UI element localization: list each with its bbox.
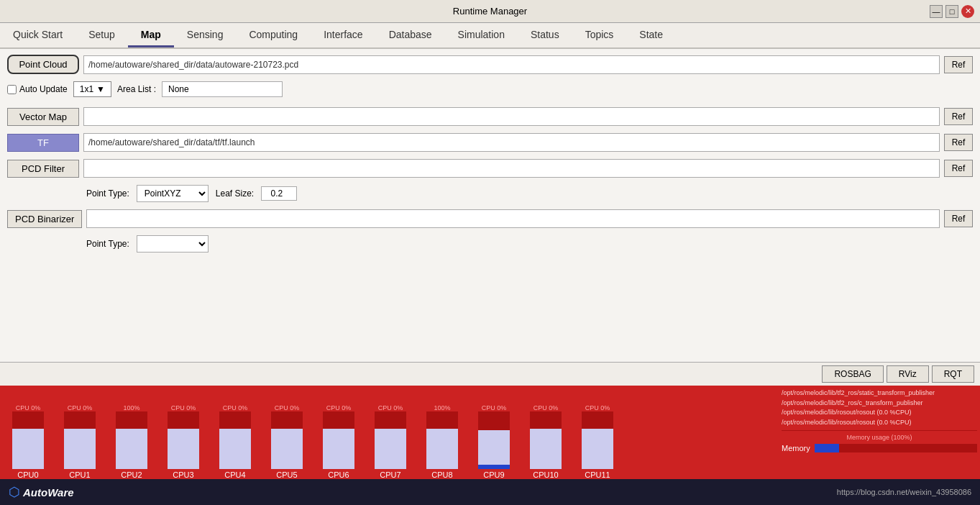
titlebar: Runtime Manager — □ ✕	[0, 0, 980, 23]
window-title: Runtime Manager	[453, 6, 527, 17]
window-controls: — □ ✕	[930, 5, 974, 18]
menu-simulation[interactable]: Simulation	[445, 23, 518, 47]
cpu3-label: CPU3	[173, 470, 193, 479]
pcd-filter-row: PCD Filter Ref	[7, 159, 973, 178]
cpu5-label: CPU5	[276, 470, 297, 479]
right-panel: /opt/ros/melodic/lib/tf2_ros/static_tran…	[779, 386, 980, 479]
point-type-select[interactable]: PointXYZ	[137, 185, 209, 202]
point-type-label: Point Type:	[86, 188, 129, 199]
point-cloud-button[interactable]: Point Cloud	[7, 55, 79, 74]
cpu8-label: CPU8	[431, 470, 452, 479]
vector-map-button[interactable]: Vector Map	[7, 108, 79, 126]
menu-computing[interactable]: Computing	[236, 23, 311, 47]
pcd-binarizer-path[interactable]	[86, 209, 940, 228]
menu-state[interactable]: State	[626, 23, 676, 47]
tf-path[interactable]	[83, 133, 940, 152]
area-list-label: Area List :	[117, 84, 156, 94]
auto-update-checkbox[interactable]	[7, 85, 17, 94]
menu-setup[interactable]: Setup	[75, 23, 128, 47]
content-area: Point Cloud Ref Auto Update 1x1 ▼ Area L…	[0, 49, 980, 505]
cpu5-col: CPU 0% CPU5	[262, 404, 312, 479]
pcd-binarizer-options: Point Type:	[86, 235, 973, 252]
pcd-binarizer-point-type-label: Point Type:	[86, 239, 129, 249]
pcd-binarizer-point-type-select[interactable]	[137, 235, 209, 252]
cpu8-col: 100% CPU8	[417, 404, 467, 479]
maximize-button[interactable]: □	[945, 5, 958, 18]
point-cloud-ref-button[interactable]: Ref	[944, 56, 973, 73]
area-value-input[interactable]	[162, 81, 283, 97]
cpu1-col: CPU 0% CPU1	[55, 404, 105, 479]
process-item: /opt/ros/melodic/lib/rosout/rosout (0.0 …	[782, 418, 977, 428]
auto-update-row: Auto Update 1x1 ▼ Area List :	[7, 81, 973, 97]
cpu3-col: CPU 0% CPU3	[158, 404, 209, 479]
memory-usage-text: Memory usage (100%)	[782, 434, 977, 441]
rosbag-button[interactable]: ROSBAG	[822, 365, 883, 383]
status-url: https://blog.csdn.net/weixin_43958086	[837, 488, 971, 496]
memory-bar-bg	[815, 444, 977, 452]
cpu2-label: CPU2	[121, 470, 142, 479]
memory-bar-fill	[815, 444, 839, 452]
cpu6-label: CPU6	[328, 470, 349, 479]
pcd-filter-path[interactable]	[83, 159, 940, 178]
process-item: /opt/ros/melodic/lib/tf2_ros/static_tran…	[782, 388, 977, 399]
process-item: /opt/ros/melodic/lib/tf2_ros/c_transform…	[782, 399, 977, 409]
app-window: Runtime Manager — □ ✕ Quick Start Setup …	[0, 0, 980, 505]
autoware-icon: ⬡	[9, 484, 20, 500]
cpu10-label: CPU10	[533, 470, 558, 479]
menu-sensing[interactable]: Sensing	[174, 23, 237, 47]
cpu11-col: CPU 0% CPU11	[572, 404, 623, 479]
cpu4-label: CPU4	[224, 470, 245, 479]
cpu2-col: 100% CPU2	[106, 404, 157, 479]
memory-label: Memory	[782, 444, 810, 452]
rqt-button[interactable]: RQT	[932, 365, 974, 383]
menu-quickstart[interactable]: Quick Start	[0, 23, 75, 47]
leaf-size-input[interactable]	[261, 186, 297, 201]
cpu1-label: CPU1	[69, 470, 90, 479]
cpu0-col: CPU 0% CPU0	[3, 404, 53, 479]
cpu6-col: CPU 0% CPU6	[313, 404, 364, 479]
chevron-down-icon: ▼	[96, 84, 105, 94]
minimize-button[interactable]: —	[930, 5, 943, 18]
memory-row: Memory	[782, 444, 977, 452]
close-button[interactable]: ✕	[961, 5, 974, 18]
tf-row: TF Ref	[7, 133, 973, 152]
process-list: /opt/ros/melodic/lib/tf2_ros/static_tran…	[782, 388, 977, 427]
cpu4-col: CPU 0% CPU4	[210, 404, 260, 479]
autoware-text: AutoWare	[23, 486, 74, 499]
cpu10-col: CPU 0% CPU10	[521, 404, 571, 479]
pcd-filter-ref-button[interactable]: Ref	[944, 160, 973, 177]
pcd-binarizer-row: PCD Binarizer Ref	[7, 209, 973, 228]
bottom-section: CPU 0% CPU0 CPU 0% CPU1	[0, 386, 980, 479]
tf-button[interactable]: TF	[7, 134, 79, 152]
menu-status[interactable]: Status	[518, 23, 572, 47]
scrollable-content: Point Cloud Ref Auto Update 1x1 ▼ Area L…	[0, 49, 980, 362]
menu-topics[interactable]: Topics	[572, 23, 627, 47]
process-item: /opt/ros/melodic/lib/rosout/rosout (0.0 …	[782, 408, 977, 418]
auto-update-label[interactable]: Auto Update	[7, 84, 68, 94]
pcd-filter-button[interactable]: PCD Filter	[7, 160, 79, 178]
menubar: Quick Start Setup Map Sensing Computing …	[0, 23, 980, 49]
area-dropdown[interactable]: 1x1 ▼	[73, 81, 111, 97]
cpu-grid: CPU 0% CPU0 CPU 0% CPU1	[0, 386, 779, 479]
cpu11-label: CPU11	[585, 470, 610, 479]
autoware-statusbar: ⬡ AutoWare https://blog.csdn.net/weixin_…	[0, 479, 980, 505]
tf-ref-button[interactable]: Ref	[944, 134, 973, 151]
point-cloud-path[interactable]	[83, 55, 940, 74]
cpu-section: CPU 0% CPU0 CPU 0% CPU1	[0, 386, 779, 479]
cpu9-col: CPU 0% CPU9	[469, 404, 519, 479]
cpu7-col: CPU 0% CPU7	[365, 404, 416, 479]
vector-map-row: Vector Map Ref	[7, 107, 973, 126]
menu-database[interactable]: Database	[376, 23, 445, 47]
vector-map-path[interactable]	[83, 107, 940, 126]
pcd-binarizer-button[interactable]: PCD Binarizer	[7, 210, 82, 228]
vector-map-ref-button[interactable]: Ref	[944, 108, 973, 125]
cpu0-label: CPU0	[17, 470, 38, 479]
rviz-button[interactable]: RViz	[887, 365, 929, 383]
menu-map[interactable]: Map	[128, 23, 174, 47]
pcd-binarizer-ref-button[interactable]: Ref	[944, 210, 973, 227]
point-cloud-row: Point Cloud Ref	[7, 55, 973, 74]
autoware-logo: ⬡ AutoWare	[9, 484, 74, 500]
cpu9-label: CPU9	[483, 470, 504, 479]
menu-interface[interactable]: Interface	[311, 23, 375, 47]
leaf-size-label: Leaf Size:	[216, 188, 254, 199]
